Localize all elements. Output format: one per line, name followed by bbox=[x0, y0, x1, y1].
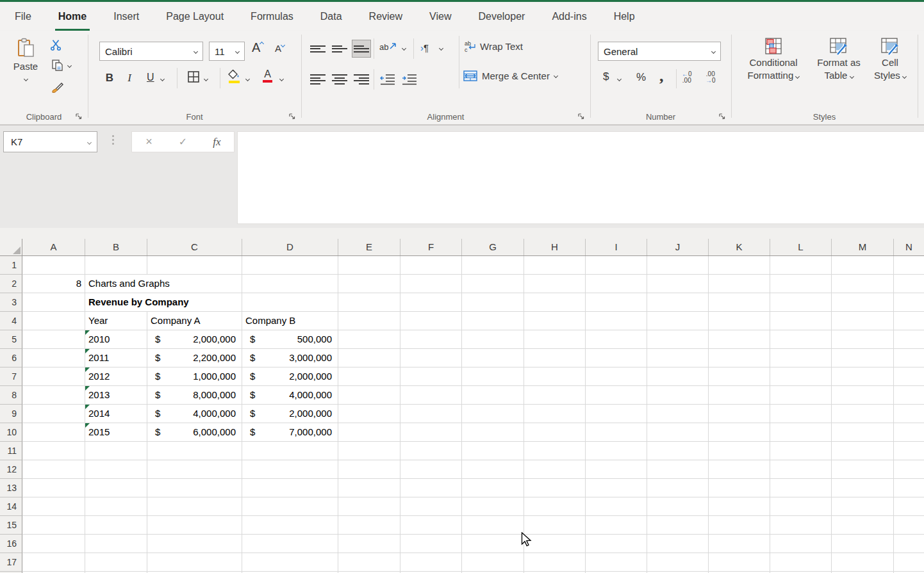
col-header-J[interactable]: J bbox=[647, 239, 709, 255]
fill-color-button[interactable] bbox=[227, 69, 240, 83]
cell-I1[interactable] bbox=[586, 256, 647, 275]
cell-I3[interactable] bbox=[586, 293, 647, 312]
alignment-dialog-launcher[interactable] bbox=[577, 112, 586, 121]
cell-K7[interactable] bbox=[709, 367, 770, 386]
tab-review[interactable]: Review bbox=[356, 2, 416, 31]
cell-L3[interactable] bbox=[770, 293, 832, 312]
increase-font-size-button[interactable]: A bbox=[252, 40, 263, 55]
tab-insert[interactable]: Insert bbox=[100, 2, 153, 31]
cell-M2[interactable] bbox=[832, 275, 894, 293]
cell-K13[interactable] bbox=[709, 479, 770, 497]
cell-D6[interactable]: $3,000,000 bbox=[242, 349, 338, 367]
cell-A6[interactable] bbox=[22, 349, 85, 367]
cell-H12[interactable] bbox=[524, 460, 586, 479]
cell-M13[interactable] bbox=[832, 479, 894, 497]
cell-C10[interactable]: $6,000,000 bbox=[147, 423, 242, 442]
cell-E8[interactable] bbox=[338, 386, 400, 405]
cell-F17[interactable] bbox=[400, 553, 462, 572]
cell-E15[interactable] bbox=[338, 516, 400, 535]
cell-J17[interactable] bbox=[647, 553, 709, 572]
col-header-G[interactable]: G bbox=[462, 239, 524, 255]
cell-C8[interactable]: $8,000,000 bbox=[147, 386, 242, 405]
cell-K6[interactable] bbox=[709, 349, 770, 367]
cell-F14[interactable] bbox=[400, 497, 462, 516]
cell-K5[interactable] bbox=[709, 330, 770, 349]
col-header-I[interactable]: I bbox=[586, 239, 647, 255]
cell-F7[interactable] bbox=[400, 367, 462, 386]
cell-M14[interactable] bbox=[832, 497, 894, 516]
cell-H13[interactable] bbox=[524, 479, 586, 497]
cell-B17[interactable] bbox=[85, 553, 147, 572]
cell-K15[interactable] bbox=[709, 516, 770, 535]
cell-G12[interactable] bbox=[462, 460, 524, 479]
col-header-E[interactable]: E bbox=[338, 239, 400, 255]
col-header-M[interactable]: M bbox=[832, 239, 894, 255]
cell-N12[interactable] bbox=[894, 460, 924, 479]
cell-K1[interactable] bbox=[709, 256, 770, 275]
col-header-L[interactable]: L bbox=[770, 239, 832, 255]
cell-B11[interactable] bbox=[85, 442, 147, 460]
accounting-format-button[interactable]: $ bbox=[603, 70, 609, 83]
cell-L6[interactable] bbox=[770, 349, 832, 367]
cell-H9[interactable] bbox=[524, 405, 586, 423]
cell-L5[interactable] bbox=[770, 330, 832, 349]
cell-A15[interactable] bbox=[22, 516, 85, 535]
cell-J11[interactable] bbox=[647, 442, 709, 460]
col-header-H[interactable]: H bbox=[524, 239, 586, 255]
cell-L1[interactable] bbox=[770, 256, 832, 275]
cell-L9[interactable] bbox=[770, 405, 832, 423]
cell-C7[interactable]: $1,000,000 bbox=[147, 367, 242, 386]
cell-G6[interactable] bbox=[462, 349, 524, 367]
cell-E1[interactable] bbox=[338, 256, 400, 275]
cell-G3[interactable] bbox=[462, 293, 524, 312]
cell-B12[interactable] bbox=[85, 460, 147, 479]
accounting-chevron-icon[interactable] bbox=[617, 77, 622, 81]
format-as-table-button[interactable]: Format as Table bbox=[809, 37, 868, 82]
tab-file[interactable]: File bbox=[1, 2, 45, 31]
cell-N3[interactable] bbox=[894, 293, 924, 312]
row-header-12[interactable]: 12 bbox=[0, 460, 22, 479]
col-header-C[interactable]: C bbox=[147, 239, 242, 255]
cell-I14[interactable] bbox=[586, 497, 647, 516]
cell-E13[interactable] bbox=[338, 479, 400, 497]
increase-indent-button[interactable] bbox=[400, 70, 419, 88]
cell-L4[interactable] bbox=[770, 312, 832, 330]
cell-J13[interactable] bbox=[647, 479, 709, 497]
cell-I16[interactable] bbox=[586, 535, 647, 553]
cell-G17[interactable] bbox=[462, 553, 524, 572]
merge-center-chevron-icon[interactable] bbox=[554, 74, 558, 78]
top-align-button[interactable] bbox=[308, 40, 327, 58]
increase-decimal-button[interactable]: ←0.00 bbox=[682, 71, 692, 84]
bottom-align-button[interactable] bbox=[352, 40, 371, 58]
font-color-button[interactable]: A bbox=[263, 69, 272, 83]
cell-A7[interactable] bbox=[22, 367, 85, 386]
cell-H6[interactable] bbox=[524, 349, 586, 367]
col-header-A[interactable]: A bbox=[22, 239, 85, 255]
cell-J9[interactable] bbox=[647, 405, 709, 423]
insert-function-icon[interactable]: fx bbox=[200, 136, 234, 149]
copy-button[interactable] bbox=[51, 59, 64, 74]
cell-F12[interactable] bbox=[400, 460, 462, 479]
select-all-button[interactable] bbox=[0, 239, 22, 255]
underline-button[interactable]: U bbox=[147, 72, 154, 83]
orientation-chevron-icon[interactable] bbox=[402, 46, 406, 51]
cell-I2[interactable] bbox=[586, 275, 647, 293]
cell-H11[interactable] bbox=[524, 442, 586, 460]
cell-I5[interactable] bbox=[586, 330, 647, 349]
fill-color-chevron-icon[interactable] bbox=[245, 77, 250, 81]
cell-F5[interactable] bbox=[400, 330, 462, 349]
number-format-combo[interactable]: General bbox=[598, 42, 721, 61]
cell-E2[interactable] bbox=[338, 275, 400, 293]
cell-D14[interactable] bbox=[242, 497, 338, 516]
cell-G4[interactable] bbox=[462, 312, 524, 330]
cell-H17[interactable] bbox=[524, 553, 586, 572]
cell-D4[interactable]: Company B bbox=[242, 312, 338, 330]
merge-center-button[interactable]: Merge & Center bbox=[463, 70, 557, 81]
cell-A10[interactable] bbox=[22, 423, 85, 442]
decrease-font-size-button[interactable]: A bbox=[275, 43, 285, 54]
cell-I8[interactable] bbox=[586, 386, 647, 405]
cell-G11[interactable] bbox=[462, 442, 524, 460]
cell-D10[interactable]: $7,000,000 bbox=[242, 423, 338, 442]
tab-home[interactable]: Home bbox=[45, 2, 100, 31]
row-header-6[interactable]: 6 bbox=[0, 349, 22, 367]
